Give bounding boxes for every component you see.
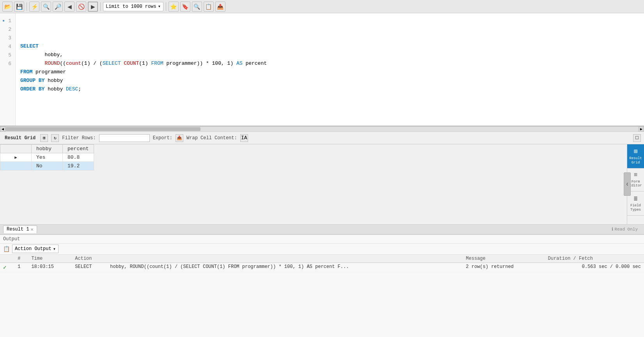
separator-1 [27,2,27,11]
table-row[interactable]: ▶Yes80.8 [0,153,94,162]
explain-button[interactable]: 🔍 [41,2,51,12]
output-copy-icon: 📋 [3,246,10,252]
result-section: Result Grid ⊞ ↻ Filter Rows: Export: 📤 W… [0,132,644,234]
line-num-2: 2 [0,25,15,34]
output-col-duration: Duration / Fetch [545,255,644,263]
export-icon[interactable]: 📤 [176,134,183,142]
filter-rows-label: Filter Rows: [62,135,96,141]
stop-button[interactable]: 🚫 [76,2,86,12]
code-segment: count [66,59,81,68]
line-num-4: 4 [0,42,15,51]
star-button[interactable]: ⭐ [169,2,179,12]
sidebar-btn-result-grid[interactable]: ⊞Result Grid [627,144,644,168]
code-segment: AS [236,59,243,68]
separator-3 [166,2,166,11]
code-line-2: hobby, [20,51,639,59]
execute-button[interactable]: ⚡ [29,2,39,12]
output-cell-3: hobby, ROUND((count(1) / (SELECT COUNT(1… [107,263,463,272]
panel-toggle[interactable]: □ [633,134,641,142]
format-button[interactable]: 📋 [204,2,214,12]
action-output-dropdown[interactable]: Action Output ▾ [12,245,59,253]
code-segment: DESC [66,85,78,94]
output-status: ✓ [0,263,14,272]
code-segment: FROM [151,59,163,68]
output-cell-2: SELECT [72,263,107,272]
limit-rows-arrow: ▾ [158,4,161,9]
output-table: # Time Action Message Duration / Fetch ✓… [0,255,644,272]
action-output-arrow: ▾ [53,246,56,252]
main-area: ●123456 SELECT hobby, ROUND((count(1) / … [0,13,644,337]
export-btn2[interactable]: 📤 [215,2,225,12]
scroll-left-arrow[interactable]: ◀ [0,126,5,132]
bookmark-button[interactable]: 🔖 [180,2,190,12]
run-button[interactable]: ▶ [88,2,98,12]
output-cell-4: 2 row(s) returned [463,263,545,272]
code-line-1: SELECT [20,42,639,51]
code-segment: FROM [20,68,32,76]
wrap-cell-label: Wrap Cell Content: [186,135,237,141]
search-button[interactable]: 🔎 [53,2,63,12]
tab-result1-label: Result 1 [7,227,29,232]
export-label: Export: [153,135,172,141]
filter-rows-input[interactable] [99,134,150,142]
table-cell[interactable]: 80.8 [63,153,94,162]
table-cell[interactable]: No [32,162,63,170]
code-segment: percent [243,59,267,68]
result-data-area: hobby percent ▶Yes80.8No19.2 [0,144,644,224]
tab-result1-close[interactable]: ✕ [31,227,34,232]
separator-2 [100,2,101,11]
bottom-tabs: Result 1 ✕ ℹ Read Only [0,224,644,234]
code-segment: GROUP BY [20,76,44,85]
code-segment: SELECT [103,59,121,68]
col-header-percent: percent [63,145,94,153]
scroll-thumb[interactable] [5,127,200,131]
code-editor[interactable]: ●123456 SELECT hobby, ROUND((count(1) / … [0,13,644,126]
output-col-query [107,255,463,263]
wrap-cell-icon[interactable]: IA [240,134,248,142]
result-content: hobby percent ▶Yes80.8No19.2 ❮ ⊞Result G… [0,144,644,224]
code-segment: COUNT [124,59,139,68]
output-section: Output 📋 Action Output ▾ # Time Action M… [0,234,644,337]
open-button[interactable]: 📂 [2,2,12,12]
sidebar-collapse-toggle[interactable]: ❮ [624,172,631,196]
horizontal-scrollbar[interactable]: ◀ ▶ [0,126,644,132]
result-grid-icon: ⊞ [634,147,638,155]
code-segment: (( [60,59,66,68]
result-grid-tab[interactable]: Result Grid [3,135,37,142]
save-button[interactable]: 💾 [14,2,24,12]
output-header: Output [0,235,644,244]
field-types-label: Field Types [628,204,644,212]
code-segment [121,59,124,68]
zoom-button[interactable]: 🔍 [192,2,202,12]
code-line-5: GROUP BY hobby [20,76,639,85]
table-view-icon[interactable]: ⊞ [40,134,48,142]
action-output-label: Action Output [15,246,51,252]
refresh-icon[interactable]: ↻ [51,134,59,142]
read-only-badge: ℹ Read Only [612,227,641,232]
code-content[interactable]: SELECT hobby, ROUND((count(1) / (SELECT … [16,13,644,126]
output-toolbar: 📋 Action Output ▾ [0,244,644,255]
output-col-status [0,255,14,263]
limit-rows-dropdown[interactable]: Limit to 1000 rows ▾ [103,2,163,11]
output-col-action: Action [72,255,107,263]
output-row: ✓118:03:15SELECThobby, ROUND((count(1) /… [0,263,644,272]
table-cell[interactable]: Yes [32,153,63,162]
output-col-num: # [14,255,28,263]
code-segment: programmer)) * 100, 1) [163,59,236,68]
code-segment: programmer [32,68,66,76]
scroll-right-arrow[interactable]: ▶ [639,126,644,132]
tab-result1[interactable]: Result 1 ✕ [3,225,37,233]
code-line-4: FROM programmer [20,68,639,76]
table-row[interactable]: No19.2 [0,162,94,170]
result-toolbar: Result Grid ⊞ ↻ Filter Rows: Export: 📤 W… [0,132,644,144]
output-label: Output [3,236,20,242]
table-cell[interactable]: 19.2 [63,162,94,170]
back-button[interactable]: ◀ [64,2,75,12]
code-segment: ORDER BY [20,85,44,94]
output-cell-1: 18:03:15 [28,263,72,272]
code-line-6: ORDER BY hobby DESC; [20,85,639,94]
output-cell-0: 1 [14,263,28,272]
code-segment: (1) / ( [81,59,103,68]
read-only-label: Read Only [615,227,638,232]
code-segment: ; [78,85,81,94]
